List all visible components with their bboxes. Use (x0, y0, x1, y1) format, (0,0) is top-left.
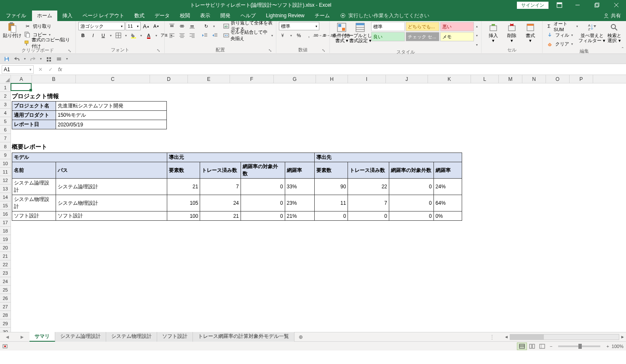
tab-data[interactable]: データ (150, 11, 175, 21)
border-dropdown-icon[interactable]: ▾ (124, 31, 128, 40)
style-good[interactable]: 良い (371, 32, 405, 41)
accounting-format-icon[interactable]: ¥ (279, 31, 288, 40)
row-header[interactable]: 30 (0, 328, 11, 332)
align-left-icon[interactable] (167, 31, 177, 40)
underline-button[interactable]: U (99, 31, 108, 40)
minimize-button[interactable] (568, 0, 587, 10)
share-button[interactable]: 共有 (598, 11, 626, 21)
row-header[interactable]: 4 (0, 109, 11, 117)
styles-scroll-down-icon[interactable]: ▾ (475, 31, 479, 40)
tab-review[interactable]: 校閲 (175, 11, 195, 21)
number-format-select[interactable]: 標準▾ (279, 22, 319, 30)
row-header[interactable]: 19 (0, 235, 11, 244)
row-header[interactable]: 6 (0, 126, 11, 134)
style-check[interactable]: チェック セ... (406, 32, 439, 41)
font-color-button[interactable]: A (144, 31, 153, 40)
clipboard-launcher-icon[interactable]: ⤡ (67, 48, 72, 54)
tab-developer[interactable]: 開発 (215, 11, 235, 21)
ribbon-display-options-icon[interactable] (551, 2, 568, 8)
sort-filter-button[interactable]: AZ 並べ替えと フィルター ▾ (579, 22, 605, 44)
view-normal-icon[interactable] (517, 343, 527, 350)
format-painter-button[interactable]: 書式のコピー/貼り付け (23, 39, 73, 47)
column-header[interactable]: G (274, 75, 316, 83)
row-header[interactable]: 16 (0, 210, 11, 218)
merge-dropdown-icon[interactable]: ▾ (270, 31, 274, 40)
table-row[interactable]: レポート日2020/05/19 (12, 120, 167, 129)
column-header[interactable]: E (188, 75, 230, 83)
row-header[interactable]: 13 (0, 185, 11, 193)
row-header[interactable]: 5 (0, 117, 11, 126)
row-header[interactable]: 27 (0, 302, 11, 311)
row-header[interactable]: 22 (0, 260, 11, 269)
find-select-button[interactable]: 検索と 選択 ▾ (605, 22, 623, 44)
formula-enter-icon[interactable]: ✓ (45, 67, 56, 72)
font-name-select[interactable]: 游ゴシック▾ (78, 22, 125, 30)
underline-dropdown-icon[interactable]: ▾ (109, 31, 113, 40)
align-right-icon[interactable] (187, 31, 197, 40)
column-header[interactable]: D (150, 75, 188, 83)
table-row[interactable]: プロジェクト名先進運転システムソフト開発 (12, 102, 167, 111)
redo-dropdown-icon[interactable]: ▾ (39, 55, 43, 63)
decrease-font-icon[interactable]: A▼ (152, 22, 161, 30)
maximize-button[interactable] (587, 0, 607, 10)
tab-lightning-review[interactable]: Lightning Review (261, 11, 309, 20)
row-header[interactable]: 14 (0, 193, 11, 201)
sheet-scroll-sep-icon[interactable]: ⋮ (490, 334, 495, 340)
row-header[interactable]: 10 (0, 159, 11, 168)
sheet-tab[interactable]: トレース網羅率の計算対象外モデル一覧 (193, 332, 294, 342)
styles-scroll-up-icon[interactable]: ▴ (475, 22, 479, 30)
alignment-launcher-icon[interactable]: ⤡ (268, 48, 273, 53)
spreadsheet-grid[interactable]: ABCDEFGHIJKLMNOP 12345678910111213141516… (0, 75, 626, 332)
row-header[interactable]: 26 (0, 294, 11, 302)
column-header[interactable]: P (570, 75, 593, 83)
horizontal-scrollbar[interactable] (510, 334, 619, 340)
increase-decimal-icon[interactable]: .00→.0 (314, 31, 324, 40)
paste-button[interactable]: 貼り付け (3, 22, 22, 39)
qat-customize-icon[interactable]: ▾ (65, 55, 69, 63)
column-header[interactable]: A (11, 75, 32, 83)
row-header[interactable]: 8 (0, 142, 11, 151)
cut-button[interactable]: ✂ 切り取り (23, 22, 73, 30)
table-row[interactable]: システム物理設計システム物理設計10524023%117064% (12, 195, 462, 211)
fill-color-button[interactable] (129, 31, 138, 40)
tab-help[interactable]: ヘルプ (235, 11, 261, 21)
hscroll-left-icon[interactable]: ◄ (503, 335, 510, 339)
undo-button[interactable] (13, 55, 21, 63)
row-header[interactable]: 15 (0, 201, 11, 210)
sheet-tab[interactable]: ソフト設計 (157, 332, 193, 342)
orientation-icon[interactable]: ↻ (202, 22, 211, 30)
column-header[interactable]: J (386, 75, 428, 83)
undo-dropdown-icon[interactable]: ▾ (23, 55, 27, 63)
accounting-dropdown-icon[interactable]: ▾ (289, 31, 293, 40)
formula-input[interactable] (64, 65, 626, 74)
column-header[interactable]: L (471, 75, 499, 83)
qat-custom1-icon[interactable] (45, 55, 53, 63)
column-header[interactable]: I (348, 75, 386, 83)
table-row[interactable]: モデル 導出元 導出先 (12, 153, 462, 162)
increase-font-icon[interactable]: A▲ (142, 22, 151, 30)
row-header[interactable]: 29 (0, 319, 11, 328)
tab-view[interactable]: 表示 (195, 11, 215, 21)
clear-dropdown-icon[interactable]: ▾ (570, 40, 574, 48)
tab-file[interactable]: ファイル (0, 11, 32, 21)
decrease-indent-icon[interactable] (200, 31, 209, 40)
number-launcher-icon[interactable]: ⤡ (321, 48, 326, 53)
delete-cells-button[interactable]: 削除 ▾ (503, 22, 521, 44)
increase-indent-icon[interactable] (210, 31, 219, 40)
align-middle-icon[interactable] (177, 22, 187, 30)
row-header[interactable]: 3 (0, 100, 11, 109)
column-header[interactable]: O (546, 75, 570, 83)
hscroll-right-icon[interactable]: ► (619, 335, 626, 339)
font-color-dropdown-icon[interactable]: ▾ (154, 31, 158, 40)
view-page-layout-icon[interactable] (527, 343, 537, 350)
row-header[interactable]: 1 (0, 83, 11, 92)
autosum-button[interactable]: Σオート SUM▾ (545, 22, 579, 30)
tab-insert[interactable]: 挿入 (57, 11, 78, 21)
row-header[interactable]: 12 (0, 176, 11, 185)
row-header[interactable]: 25 (0, 286, 11, 294)
column-header[interactable]: H (316, 75, 348, 83)
collapse-ribbon-icon[interactable]: ˆ (622, 47, 623, 53)
column-header[interactable]: C (76, 75, 150, 83)
tab-home[interactable]: ホーム (32, 11, 57, 21)
name-box[interactable]: A1 (2, 65, 34, 74)
